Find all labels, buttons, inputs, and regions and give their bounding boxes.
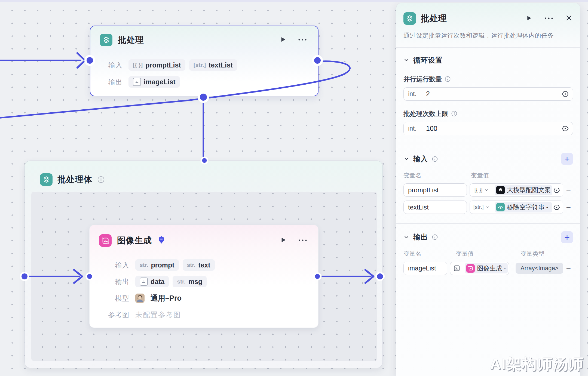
expression-icon[interactable] <box>553 204 563 211</box>
remove-row-button[interactable]: − <box>566 264 573 273</box>
image-gen-icon <box>99 234 112 247</box>
variable-chip[interactable]: [str.] textList <box>189 59 237 71</box>
image-gen-header: 图像生成 <box>90 225 318 247</box>
pin-badge-icon <box>158 236 165 245</box>
reference-image-label: 参考图 <box>99 310 129 319</box>
remove-row-button[interactable]: − <box>566 186 573 195</box>
input-row-textList: textList [str.] </> 移除空字符串 - t... − <box>403 201 573 214</box>
chevron-down-icon <box>484 188 489 192</box>
image-gen-source-icon <box>466 264 475 273</box>
image-type-icon <box>140 278 148 286</box>
type-selector[interactable]: [{ }] <box>470 184 493 196</box>
output-row-imageList: imageList 图像生成 - d... Array<Image> − <box>403 262 573 275</box>
info-icon[interactable] <box>445 76 451 82</box>
run-node-button[interactable] <box>279 36 286 44</box>
layers-icon <box>40 173 53 186</box>
panel-title: 批处理 <box>421 13 447 24</box>
int-type-token: int. <box>404 90 421 98</box>
input-row-promptList: promptList [{ }] 大模型配图文案 - c − <box>403 183 573 197</box>
more-options-button[interactable] <box>298 38 307 42</box>
input-column-headers: 变量名 变量值 <box>403 171 573 180</box>
variable-ref-chip[interactable]: 大模型配图文案 - c <box>495 185 552 195</box>
variable-chip[interactable]: str. msg <box>173 276 207 287</box>
variable-chip[interactable]: [{ }] promptList <box>128 59 185 71</box>
model-name[interactable]: 通用–Pro <box>151 293 182 303</box>
expression-icon[interactable] <box>562 125 573 132</box>
input-row-label: 输入 <box>99 261 129 270</box>
chevron-down-icon <box>403 234 409 240</box>
variable-name-input[interactable]: promptList <box>403 183 467 197</box>
variable-chip[interactable]: imageList <box>128 76 180 88</box>
image-gen-node[interactable]: 图像生成 输入 str. prompt str. text <box>89 225 318 328</box>
chevron-down-icon <box>403 156 409 162</box>
add-output-button[interactable]: + <box>561 231 573 243</box>
run-node-button[interactable] <box>280 236 287 245</box>
close-icon[interactable] <box>565 14 572 23</box>
output-row-label: 输出 <box>99 277 129 286</box>
string-list-type-token: [str.] <box>194 62 206 68</box>
code-source-icon: </> <box>496 203 505 211</box>
variable-chip[interactable]: str. prompt <box>135 259 179 271</box>
image-type-icon <box>450 262 463 275</box>
window-top-strip <box>0 0 588 2</box>
expression-icon[interactable] <box>562 90 573 98</box>
batch-body-title: 批处理体 <box>57 174 92 185</box>
more-options-button[interactable] <box>544 16 553 21</box>
section-input[interactable]: 输入 + <box>403 153 573 165</box>
variable-chip[interactable]: str. text <box>183 259 215 271</box>
workflow-canvas[interactable]: 批处理体 批处理 输入 [{ }] prom <box>0 0 588 376</box>
variable-chip[interactable]: data <box>135 276 169 287</box>
batch-node-title: 批处理 <box>118 34 144 46</box>
model-row-label: 模型 <box>99 294 129 303</box>
object-list-type-token: [{ }] <box>133 62 143 68</box>
llm-source-icon <box>496 186 505 194</box>
int-type-token: int. <box>404 125 421 132</box>
panel-description: 通过设定批量运行次数和逻辑，运行批处理体内的任务 <box>403 31 573 40</box>
expression-icon[interactable] <box>553 187 563 194</box>
image-type-icon <box>133 78 141 86</box>
divider <box>396 47 580 48</box>
output-row-label: 输出 <box>100 78 122 87</box>
watermark: AI架构师汤师爷 <box>490 354 588 376</box>
parallel-count-label: 并行运行数量 <box>403 75 573 84</box>
chevron-down-icon <box>403 57 409 63</box>
batch-limit-label: 批处理次数上限 <box>403 109 573 118</box>
output-column-headers: 变量名 变量值 变量类型 <box>403 250 573 258</box>
variable-name-input[interactable]: imageList <box>403 262 447 275</box>
add-input-button[interactable]: + <box>561 153 573 165</box>
variable-ref-chip[interactable]: </> 移除空字符串 - t... <box>495 202 552 212</box>
run-button[interactable] <box>525 15 532 23</box>
reference-image-value: 未配置参考图 <box>135 310 181 320</box>
layers-icon <box>100 34 112 46</box>
info-icon[interactable] <box>432 156 438 162</box>
panel-header: 批处理 <box>403 3 573 25</box>
image-gen-title: 图像生成 <box>117 235 152 246</box>
input-row-label: 输入 <box>100 61 122 70</box>
config-panel: 批处理 通过设定批量运行次数和逻辑，运行批处理体内的任务 循环设置 并行运行数量… <box>396 3 580 376</box>
divider <box>396 145 580 146</box>
layers-icon <box>403 12 416 25</box>
info-icon[interactable] <box>97 176 105 183</box>
divider <box>396 223 580 224</box>
info-icon[interactable] <box>451 110 457 117</box>
batch-node-header: 批处理 <box>90 26 318 46</box>
more-options-button[interactable] <box>298 238 307 243</box>
variable-type-chip: Array<Image> <box>516 263 563 274</box>
parallel-count-input[interactable]: int. 2 <box>403 87 573 101</box>
batch-node[interactable]: 批处理 输入 [{ }] promptList [str.] textList <box>90 26 318 96</box>
batch-limit-input[interactable]: int. 100 <box>403 122 573 135</box>
type-selector[interactable]: [str.] <box>470 201 493 214</box>
variable-ref-chip[interactable]: 图像生成 - d... <box>465 263 508 273</box>
section-loop-settings[interactable]: 循环设置 <box>403 56 573 65</box>
chevron-down-icon <box>485 205 490 209</box>
arrowhead <box>77 53 85 68</box>
variable-name-input[interactable]: textList <box>403 201 467 214</box>
batch-body-header: 批处理体 <box>25 161 382 186</box>
model-avatar <box>135 294 145 303</box>
section-output[interactable]: 输出 + <box>403 231 573 243</box>
remove-row-button[interactable]: − <box>566 203 573 212</box>
info-icon[interactable] <box>432 234 438 240</box>
